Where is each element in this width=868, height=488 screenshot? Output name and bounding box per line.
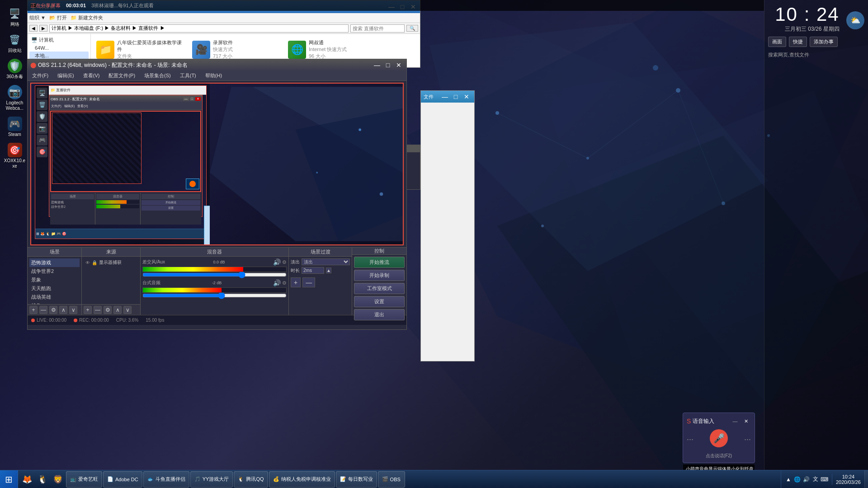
mixer-desktop-slider[interactable] [142, 294, 287, 297]
explorer-open-btn[interactable]: 📂 打开 [49, 14, 67, 21]
obs-scene-run[interactable]: 天天酷跑 [29, 284, 80, 293]
obs-minimize-btn[interactable]: — [372, 61, 382, 70]
obs-menu-scenes[interactable]: 场景集合(S) [142, 71, 173, 80]
transition-duration-up-btn[interactable]: ▲ [326, 267, 331, 273]
obs-scene-down-btn[interactable]: ∨ [69, 306, 77, 314]
nested-scenes-mini: 场景 恐怖游戏 战争世界2 [50, 193, 95, 225]
obs-scene-horror[interactable]: 恐怖游戏 [29, 258, 80, 267]
webcam-icon: 📷 [8, 85, 22, 99]
app2-icon: 🦁 [53, 474, 63, 484]
obs-menu-profile[interactable]: 配置文件(P) [107, 71, 137, 80]
tray-expand-btn[interactable]: ▲ [785, 476, 792, 483]
mixer-aux-settings-btn[interactable]: ⚙ [282, 259, 287, 265]
tray-keyboard-icon[interactable]: ⌨ [821, 476, 828, 483]
obs-menu-view[interactable]: 查看(V) [81, 71, 102, 80]
second-close-btn[interactable]: ✕ [462, 92, 472, 101]
obs-source-settings-btn[interactable]: ⚙ [104, 306, 112, 314]
obs-start-record-btn[interactable]: 开始录制 [354, 270, 405, 281]
taskbar-app-qq[interactable]: 🐧 腾讯QQ [234, 471, 268, 488]
obs-source-monitor[interactable]: 👁 🔒 显示器捕获 [84, 258, 138, 267]
mixer-desktop-settings-btn[interactable]: ⚙ [282, 280, 287, 286]
taskbar-start-btn[interactable]: ⊞ [0, 470, 18, 488]
obs-source-add-btn[interactable]: + [84, 306, 92, 314]
obs-studio-mode-btn[interactable]: 工作室模式 [354, 283, 405, 294]
taskbar-icon-1[interactable]: 🐧 [35, 472, 50, 487]
obs-source-remove-btn[interactable]: — [94, 306, 102, 314]
sidebar-item-computer[interactable]: 🖥️ 计算机 [29, 36, 89, 44]
obs-close-btn[interactable]: ✕ [394, 61, 404, 70]
obs-sources-toolbar: + — ⚙ ∧ ∨ [82, 304, 140, 315]
tray-network-icon[interactable]: 🌐 [794, 476, 801, 483]
mixer-desktop-mute-btn[interactable]: 🔊 [273, 279, 281, 286]
transition-remove-btn[interactable]: — [302, 277, 315, 287]
explorer-item-recorder[interactable]: 🎥 录屏软件 快速方式 717 大小 [190, 38, 281, 61]
voice-mic-btn[interactable]: 🎤 [710, 429, 728, 447]
obs-settings-btn[interactable]: 设置 [354, 296, 405, 307]
action-shortcut-btn[interactable]: 快捷 [789, 37, 807, 47]
second-maximize-btn[interactable]: □ [451, 92, 461, 101]
obs-menu-edit[interactable]: 编辑(E) [56, 71, 76, 80]
second-window: 文件 — □ ✕ [420, 90, 475, 361]
obs-menu-file[interactable]: 文件(F) [30, 71, 50, 80]
voice-popup-close-btn[interactable]: ✕ [741, 417, 751, 426]
obs-scene-battlefield[interactable]: 战场英雄 [29, 293, 80, 301]
transition-duration-input[interactable] [302, 267, 324, 274]
action-screen-btn[interactable]: 画面 [768, 37, 786, 47]
action-add-task-btn[interactable]: 添加办事 [810, 37, 838, 47]
taskbar-items: 🦊 🐧 🦁 📺 爱奇艺旺 📄 Adobe DC 🐟 斗鱼直播伴侣 🎵 YY游戏大… [18, 470, 781, 488]
taskbar-show-desktop-btn[interactable] [864, 470, 868, 488]
taskbar-app-obs[interactable]: 🎬 OBS [378, 471, 405, 488]
obs-scene-settings-btn[interactable]: ⚙ [49, 306, 57, 314]
second-minimize-btn[interactable]: — [440, 92, 450, 101]
taskbar-icon-ie[interactable]: 🦊 [20, 472, 34, 487]
explorer-organize-btn[interactable]: 组织 ▼ [29, 14, 46, 21]
taskbar-app-acrobat[interactable]: 📄 Adobe DC [103, 471, 142, 488]
explorer-item-textbook[interactable]: 📁 八年级仁爱英语多媒体教学课件 文件夹 [94, 38, 185, 61]
obs-scene-remove-btn[interactable]: — [39, 306, 47, 314]
nested-taskbar: ⊞ 🦊 🐧 📁 🎮 🎯 [35, 229, 206, 239]
desktop-icon-network[interactable]: 🖥️ 网络 [2, 5, 28, 29]
sidebar-item-64w[interactable]: 64W... [29, 44, 89, 52]
desktop-icon-steam[interactable]: 🎮 Steam [2, 115, 28, 139]
obs-scene-war[interactable]: 战争世界2 [29, 267, 80, 276]
mixer-aux-mute-btn[interactable]: 🔊 [273, 258, 281, 266]
taskbar-app-tax[interactable]: 💰 纳税人免税申调核准业 [269, 471, 335, 488]
obs-scene-scenery[interactable]: 景象 [29, 276, 80, 284]
explorer-search-btn[interactable]: 🔍 [406, 25, 418, 32]
desktop-icon-360[interactable]: 🛡️ 360杀毒 [2, 57, 28, 81]
explorer-item-netshu[interactable]: 🌐 网叔通 Internet 快速方式 96 大小 [286, 38, 377, 61]
taskbar-app-everynote[interactable]: 📝 每日数写业 [336, 471, 377, 488]
voice-popup-minimize-btn[interactable]: — [730, 417, 740, 426]
desktop-icon-webcam[interactable]: 📷 Logitech Webca... [2, 83, 28, 113]
obs-exit-btn[interactable]: 退出 [354, 309, 405, 320]
explorer-search-input[interactable] [350, 24, 405, 33]
transition-select[interactable]: 淡出 切割 [302, 258, 350, 265]
everynote-icon: 📝 [340, 476, 346, 482]
tray-input-icon[interactable]: 文 [812, 476, 819, 483]
second-window-titlebar[interactable]: 文件 — □ ✕ [421, 91, 474, 103]
obs-titlebar[interactable]: ⬤ OBS 21.1.2 (64bit, windows) - 配置文件: 未命… [28, 59, 406, 71]
obs-start-stream-btn[interactable]: 开始推流 [354, 257, 405, 268]
tray-sound-icon[interactable]: 🔊 [803, 476, 810, 483]
mixer-aux-slider[interactable] [142, 273, 287, 277]
obs-source-down-btn[interactable]: ∨ [123, 306, 132, 314]
taskbar-app-aiqiyi[interactable]: 📺 爱奇艺旺 [66, 471, 102, 488]
taskbar-icon-2[interactable]: 🦁 [51, 472, 65, 487]
taskbar-app-yy[interactable]: 🎵 YY游戏大厅 [190, 471, 233, 488]
obs-maximize-btn[interactable]: □ [383, 61, 393, 70]
obs-menu-tools[interactable]: 工具(T) [178, 71, 198, 80]
obs-scene-add-btn[interactable]: + [29, 306, 38, 314]
obs-menu-help[interactable]: 帮助(H) [203, 71, 224, 80]
explorer-back-btn[interactable]: ◀ [29, 25, 38, 32]
nested-explorer-bar: 📁 直播软件 [49, 86, 206, 95]
explorer-forward-btn[interactable]: ▶ [39, 25, 47, 32]
taskbar-clock[interactable]: 10:24 2020/03/26 [832, 474, 864, 485]
transition-add-btn[interactable]: + [291, 277, 301, 287]
explorer-newfolder-btn[interactable]: 📁 新建文件夹 [71, 14, 103, 21]
taskbar-app-douyu[interactable]: 🐟 斗鱼直播伴侣 [143, 471, 189, 488]
obs-scene-up-btn[interactable]: ∧ [59, 306, 67, 314]
desktop-icon-trash[interactable]: 🗑️ 回收站 [2, 31, 28, 55]
obs-taskbar-label: OBS [390, 477, 401, 482]
desktop-icon-xoxk[interactable]: 🎯 XOXK10.exe [2, 141, 28, 171]
obs-source-up-btn[interactable]: ∧ [113, 306, 122, 314]
